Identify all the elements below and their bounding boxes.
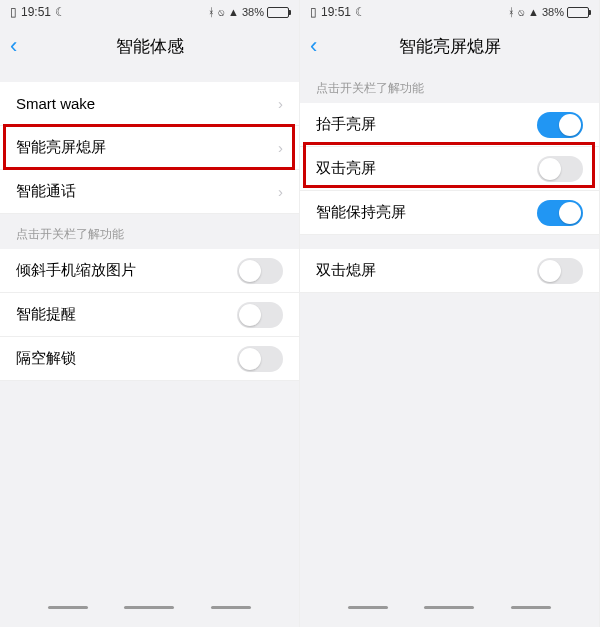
row-label: 双击熄屏 (316, 261, 376, 280)
row-label: 智能保持亮屏 (316, 203, 406, 222)
page-title: 智能体感 (116, 35, 184, 58)
moon-icon: ☾ (355, 5, 366, 19)
sim-icon: ▯ (10, 5, 17, 19)
row-label: 抬手亮屏 (316, 115, 376, 134)
page-title: 智能亮屏熄屏 (399, 35, 501, 58)
toggle-row-double-tap-wake[interactable]: 双击亮屏 (300, 147, 599, 191)
chevron-right-icon: › (278, 139, 283, 156)
nav-home[interactable] (424, 606, 474, 609)
sim-icon: ▯ (310, 5, 317, 19)
battery-icon (267, 7, 289, 18)
row-label: 智能通话 (16, 182, 76, 201)
nav-back[interactable] (348, 606, 388, 609)
chevron-right-icon: › (278, 183, 283, 200)
toggle-switch[interactable] (537, 258, 583, 284)
battery-icon (567, 7, 589, 18)
toggle-switch[interactable] (237, 302, 283, 328)
moon-icon: ☾ (55, 5, 66, 19)
row-label: 隔空解锁 (16, 349, 76, 368)
nav-row-smart-screen[interactable]: 智能亮屏熄屏 › (0, 126, 299, 170)
phone-right: ▯ 19:51 ☾ ᚼ ⍉ ▲ 38% ‹ 智能亮屏熄屏 点击开关栏了解功能 抬… (300, 0, 600, 627)
toggle-switch[interactable] (537, 156, 583, 182)
row-label: Smart wake (16, 95, 95, 112)
page-header: ‹ 智能亮屏熄屏 (300, 24, 599, 68)
bluetooth-icon: ᚼ (508, 6, 515, 18)
toggle-row-smart-remind[interactable]: 智能提醒 (0, 293, 299, 337)
toggle-row-tilt-zoom[interactable]: 倾斜手机缩放图片 (0, 249, 299, 293)
row-label: 智能提醒 (16, 305, 76, 324)
nav-row-smart-wake[interactable]: Smart wake › (0, 82, 299, 126)
nav-back[interactable] (48, 606, 88, 609)
row-label: 倾斜手机缩放图片 (16, 261, 136, 280)
nav-bar (300, 587, 599, 627)
page-header: ‹ 智能体感 (0, 24, 299, 68)
toggle-row-double-tap-off[interactable]: 双击熄屏 (300, 249, 599, 293)
bluetooth-icon: ᚼ (208, 6, 215, 18)
wifi-icon: ▲ (228, 6, 239, 18)
section-hint: 点击开关栏了解功能 (0, 214, 299, 249)
back-button[interactable]: ‹ (10, 33, 17, 59)
toggle-switch[interactable] (537, 112, 583, 138)
nav-row-smart-call[interactable]: 智能通话 › (0, 170, 299, 214)
status-time: 19:51 (21, 5, 51, 19)
nav-recent[interactable] (211, 606, 251, 609)
toggle-switch[interactable] (237, 258, 283, 284)
row-label: 智能亮屏熄屏 (16, 138, 106, 157)
toggle-row-air-unlock[interactable]: 隔空解锁 (0, 337, 299, 381)
nav-recent[interactable] (511, 606, 551, 609)
toggle-switch[interactable] (537, 200, 583, 226)
toggle-switch[interactable] (237, 346, 283, 372)
phone-left: ▯ 19:51 ☾ ᚼ ⍉ ▲ 38% ‹ 智能体感 Smart wake › … (0, 0, 300, 627)
toggle-row-raise-wake[interactable]: 抬手亮屏 (300, 103, 599, 147)
nav-bar (0, 587, 299, 627)
section-hint: 点击开关栏了解功能 (300, 68, 599, 103)
status-bar: ▯ 19:51 ☾ ᚼ ⍉ ▲ 38% (0, 0, 299, 24)
status-bar: ▯ 19:51 ☾ ᚼ ⍉ ▲ 38% (300, 0, 599, 24)
nav-home[interactable] (124, 606, 174, 609)
battery-pct: 38% (242, 6, 264, 18)
chevron-right-icon: › (278, 95, 283, 112)
dnd-icon: ⍉ (218, 6, 225, 18)
dnd-icon: ⍉ (518, 6, 525, 18)
back-button[interactable]: ‹ (310, 33, 317, 59)
toggle-row-smart-keep-on[interactable]: 智能保持亮屏 (300, 191, 599, 235)
status-time: 19:51 (321, 5, 351, 19)
wifi-icon: ▲ (528, 6, 539, 18)
row-label: 双击亮屏 (316, 159, 376, 178)
battery-pct: 38% (542, 6, 564, 18)
